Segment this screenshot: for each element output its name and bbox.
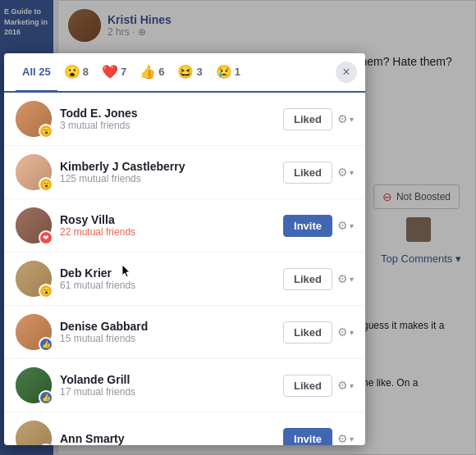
user-row: 👍 Yolande Grill 17 mutual friends Liked … [4,359,365,412]
action-area: Invite ⚙ ▾ [283,428,354,446]
user-info: Deb Krier 61 mutual friends [60,266,275,291]
gear-dropdown[interactable]: ⚙ ▾ [337,112,354,125]
gear-icon: ⚙ [337,379,348,392]
gear-icon: ⚙ [337,272,348,285]
tab-wow[interactable]: 😮 8 [57,53,95,93]
user-name: Yolande Grill [60,373,275,386]
user-name: Denise Gabbard [60,320,275,333]
wow-emoji: 😮 [64,64,80,80]
tab-haha[interactable]: 😆 3 [171,53,208,93]
gear-icon: ⚙ [337,325,348,339]
like-emoji: 👍 [140,64,156,80]
sad-emoji: 😢 [216,64,232,80]
chevron-down-icon: ▾ [350,435,354,444]
user-info: Denise Gabbard 15 mutual friends [60,320,275,344]
user-avatar-wrap: 👍 [16,314,52,350]
gear-dropdown[interactable]: ⚙ ▾ [337,325,354,339]
gear-dropdown[interactable]: ⚙ ▾ [337,272,354,285]
user-info: Todd E. Jones 3 mutual friends [60,107,275,131]
liked-button[interactable]: Liked [283,321,332,344]
tab-wow-count: 8 [83,66,89,78]
user-info: Rosy Villa 22 mutual friends [60,213,275,238]
action-area: Liked ⚙ ▾ [283,375,354,397]
user-avatar-wrap: 😮 [16,101,52,137]
chevron-down-icon: ▾ [350,168,354,177]
user-row: ❤ Rosy Villa 22 mutual friends Invite ⚙ … [4,199,365,253]
user-row: 😮 Deb Krier 61 mutual friends Liked ⚙ ▾ [4,253,365,306]
chevron-down-icon: ▾ [350,275,354,284]
reaction-badge: 😮 [39,177,53,192]
reaction-badge: ❤ [39,230,53,245]
user-name: Ann Smarty [60,432,275,445]
user-info: Ann Smarty [60,432,275,445]
mutual-friends: 22 mutual friends [60,226,275,238]
gear-icon: ⚙ [337,432,348,445]
user-list: 😮 Todd E. Jones 3 mutual friends Liked ⚙… [4,93,365,445]
invite-button[interactable]: Invite [283,215,332,237]
tab-like-count: 6 [158,66,164,78]
gear-icon: ⚙ [337,219,348,232]
tab-all-label: All 25 [22,66,51,78]
action-area: Liked ⚙ ▾ [283,162,354,184]
user-avatar-wrap: 😆 [16,421,52,445]
reaction-badge: 😮 [39,284,53,298]
chevron-down-icon: ▾ [350,328,354,337]
chevron-down-icon: ▾ [350,221,354,230]
action-area: Invite ⚙ ▾ [283,215,354,237]
user-name: Todd E. Jones [60,107,275,120]
user-row: 😮 Kimberly J Castleberry 125 mutual frie… [4,146,365,199]
user-name: Rosy Villa [60,213,275,226]
mutual-friends: 3 mutual friends [60,120,275,131]
tab-sad[interactable]: 😢 1 [209,53,247,93]
modal-header: All 25 😮 8 ❤️ 7 👍 6 😆 3 😢 1 × [4,53,365,93]
action-area: Liked ⚙ ▾ [283,268,354,290]
gear-dropdown[interactable]: ⚙ ▾ [337,219,354,232]
tab-all[interactable]: All 25 [16,53,57,93]
tab-love[interactable]: ❤️ 7 [95,53,133,93]
reaction-badge: 👍 [39,337,53,352]
liked-button[interactable]: Liked [283,268,332,290]
invite-button[interactable]: Invite [283,428,332,446]
user-name: Kimberly J Castleberry [60,160,275,173]
gear-icon: ⚙ [337,166,348,179]
liked-button[interactable]: Liked [283,108,332,130]
user-avatar-wrap: 😮 [16,261,52,297]
tab-love-count: 7 [121,66,126,78]
user-row: 👍 Denise Gabbard 15 mutual friends Liked… [4,306,365,359]
action-area: Liked ⚙ ▾ [283,108,354,130]
gear-dropdown[interactable]: ⚙ ▾ [337,432,354,445]
tab-sad-count: 1 [235,66,240,78]
mutual-friends: 15 mutual friends [60,333,275,344]
love-emoji: ❤️ [102,64,118,80]
user-avatar-wrap: ❤ [16,207,52,243]
haha-emoji: 😆 [177,64,194,80]
user-avatar [16,421,52,445]
liked-button[interactable]: Liked [283,162,332,184]
gear-dropdown[interactable]: ⚙ ▾ [337,166,354,179]
mutual-friends: 125 mutual friends [60,173,275,184]
reactions-modal: All 25 😮 8 ❤️ 7 👍 6 😆 3 😢 1 × [4,53,365,445]
user-info: Kimberly J Castleberry 125 mutual friend… [60,160,275,184]
user-avatar-wrap: 😮 [16,154,52,190]
liked-button[interactable]: Liked [283,375,332,397]
reaction-badge: 👍 [39,390,53,405]
user-name: Deb Krier [60,266,275,280]
action-area: Liked ⚙ ▾ [283,321,354,344]
chevron-down-icon: ▾ [350,381,354,390]
user-row: 😮 Todd E. Jones 3 mutual friends Liked ⚙… [4,93,365,146]
reaction-badge: 😮 [39,124,53,139]
user-row: 😆 Ann Smarty Invite ⚙ ▾ [4,412,365,445]
user-avatar-wrap: 👍 [16,367,52,403]
user-info: Yolande Grill 17 mutual friends [60,373,275,398]
mutual-friends: 61 mutual friends [60,280,275,291]
mutual-friends: 17 mutual friends [60,386,275,398]
tab-haha-count: 3 [196,66,202,78]
gear-dropdown[interactable]: ⚙ ▾ [337,379,354,392]
chevron-down-icon: ▾ [350,115,354,124]
close-button[interactable]: × [336,61,357,83]
tab-like[interactable]: 👍 6 [133,53,171,93]
gear-icon: ⚙ [337,112,348,125]
